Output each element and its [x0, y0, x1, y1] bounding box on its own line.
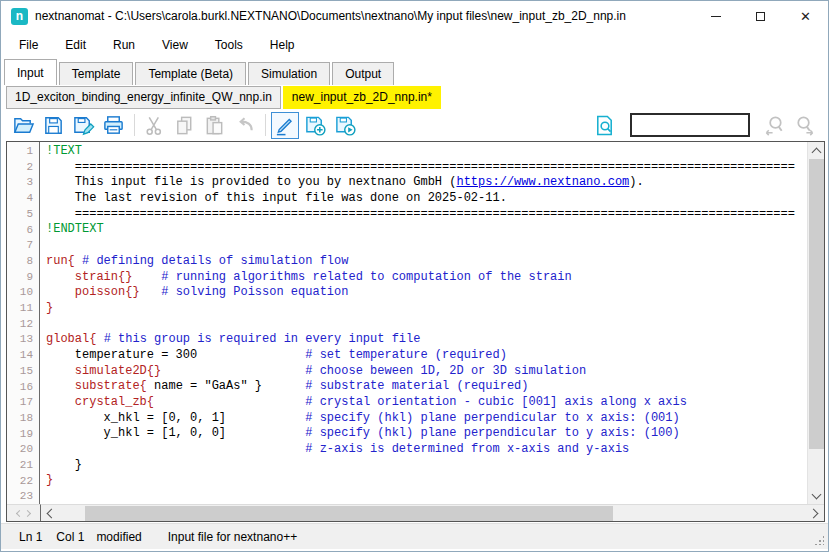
main-tab-strip: InputTemplateTemplate (Beta)SimulationOu…	[1, 59, 828, 85]
window-controls: ✕	[693, 1, 828, 31]
code-line: The last revision of this input file was…	[46, 191, 807, 207]
print-icon[interactable]	[99, 112, 127, 139]
line-number: 20	[7, 442, 39, 458]
code-line: ========================================…	[46, 207, 807, 223]
code-line: # z-axis is determined from x-axis and y…	[46, 442, 807, 458]
line-number: 2	[7, 160, 39, 176]
close-icon[interactable]: ✕	[783, 1, 828, 31]
scroll-right-icon[interactable]	[807, 505, 824, 521]
line-number: 18	[7, 411, 39, 427]
scroll-up-icon[interactable]	[808, 142, 824, 159]
status-modified: modified	[96, 530, 141, 544]
line-number: 12	[7, 317, 39, 333]
undo-icon[interactable]	[230, 112, 258, 139]
status-column: Col 1	[56, 530, 84, 544]
maximize-icon[interactable]	[738, 1, 783, 31]
line-number: 22	[7, 474, 39, 490]
toolbar-separator	[265, 114, 266, 136]
cut-icon[interactable]	[140, 112, 168, 139]
scroll-down-icon[interactable]	[808, 487, 824, 504]
code-line: global{ # this group is required in ever…	[46, 332, 807, 348]
menu-run[interactable]: Run	[113, 38, 135, 52]
scroll-left-icon[interactable]	[41, 505, 58, 521]
find-next-icon[interactable]	[790, 112, 818, 139]
save-and-run-icon[interactable]	[331, 112, 359, 139]
file-tab[interactable]: new_input_zb_2D_nnp.in*	[283, 86, 441, 109]
code-line: temperature = 300 # set temperature (req…	[46, 348, 807, 364]
code-line: poisson{} # solving Poisson equation	[46, 285, 807, 301]
menu-help[interactable]: Help	[270, 38, 295, 52]
code-line: substrate{ name = "GaAs" } # substrate m…	[46, 379, 807, 395]
tab-simulation[interactable]: Simulation	[248, 62, 330, 85]
code-line: crystal_zb{ # crystal orientation - cubi…	[46, 395, 807, 411]
save-as-icon[interactable]	[69, 112, 97, 139]
line-number: 8	[7, 254, 39, 270]
code-line	[46, 238, 807, 254]
line-number: 16	[7, 380, 39, 396]
line-number: 15	[7, 364, 39, 380]
line-number: 7	[7, 238, 39, 254]
line-number: 19	[7, 427, 39, 443]
line-number: 5	[7, 207, 39, 223]
code-text-area[interactable]: !TEXT ==================================…	[40, 142, 807, 504]
search-input[interactable]	[630, 113, 750, 137]
line-number: 17	[7, 395, 39, 411]
open-file-icon[interactable]	[9, 112, 37, 139]
vertical-scroll-thumb[interactable]	[809, 159, 824, 449]
code-line: y_hkl = [1, 0, 0] # specify (hkl) plane …	[46, 426, 807, 442]
code-line	[46, 317, 807, 333]
code-line: }	[46, 458, 807, 474]
menu-view[interactable]: View	[162, 38, 188, 52]
horizontal-scroll-thumb[interactable]	[85, 506, 613, 521]
status-line: Ln 1	[19, 530, 42, 544]
paste-icon[interactable]	[200, 112, 228, 139]
horizontal-scrollbar[interactable]	[41, 504, 824, 521]
line-number: 21	[7, 458, 39, 474]
hyperlink[interactable]: https://www.nextnano.com	[456, 175, 629, 189]
title-bar: n nextnanomat - C:\Users\carola.burkl.NE…	[1, 1, 828, 31]
code-line: !TEXT	[46, 144, 807, 160]
toolbar-separator	[134, 114, 135, 136]
status-bar: Ln 1 Col 1 modified Input file for nextn…	[1, 523, 828, 549]
code-line	[46, 489, 807, 504]
copy-icon[interactable]	[170, 112, 198, 139]
menu-bar: FileEditRunViewToolsHelp	[1, 31, 828, 58]
window-title: nextnanomat - C:\Users\carola.burkl.NEXT…	[35, 9, 626, 23]
tab-template-beta-[interactable]: Template (Beta)	[135, 62, 246, 85]
line-number: 9	[7, 270, 39, 286]
code-line: simulate2D{} # choose beween 1D, 2D or 3…	[46, 364, 807, 380]
code-line: This input file is provided to you by ne…	[46, 175, 807, 191]
code-line: x_hkl = [0, 0, 1] # specify (hkl) plane …	[46, 411, 807, 427]
tab-template[interactable]: Template	[59, 62, 134, 85]
find-in-file-icon[interactable]	[590, 112, 618, 139]
app-logo-icon: n	[11, 8, 28, 25]
tab-scroll-buttons[interactable]	[7, 504, 41, 521]
line-number: 1	[7, 144, 39, 160]
line-number: 10	[7, 285, 39, 301]
menu-tools[interactable]: Tools	[215, 38, 243, 52]
tab-output[interactable]: Output	[332, 62, 394, 85]
toolbar	[1, 110, 828, 140]
code-editor: 1234567891011121314151617181920212223 !T…	[6, 141, 825, 522]
line-number: 13	[7, 332, 39, 348]
tab-input[interactable]: Input	[4, 59, 57, 85]
minimize-icon[interactable]	[693, 1, 738, 31]
line-number-gutter: 1234567891011121314151617181920212223	[7, 142, 40, 504]
resize-grip-icon[interactable]	[814, 535, 824, 545]
menu-file[interactable]: File	[19, 38, 38, 52]
code-line: run{ # defining details of simulation fl…	[46, 254, 807, 270]
toolbar-search-group	[590, 110, 820, 140]
save-add-to-batch-icon[interactable]	[301, 112, 329, 139]
code-line: ========================================…	[46, 160, 807, 176]
line-number: 3	[7, 175, 39, 191]
highlight-icon[interactable]	[271, 112, 299, 139]
line-number: 23	[7, 489, 39, 504]
code-line: !ENDTEXT	[46, 222, 807, 238]
vertical-scrollbar[interactable]	[807, 142, 824, 504]
find-previous-icon[interactable]	[760, 112, 788, 139]
line-number: 4	[7, 191, 39, 207]
save-icon[interactable]	[39, 112, 67, 139]
menu-edit[interactable]: Edit	[65, 38, 86, 52]
file-tab[interactable]: 1D_exciton_binding_energy_infinite_QW_nn…	[6, 86, 281, 109]
code-line: strain{} # running algorithms related to…	[46, 270, 807, 286]
